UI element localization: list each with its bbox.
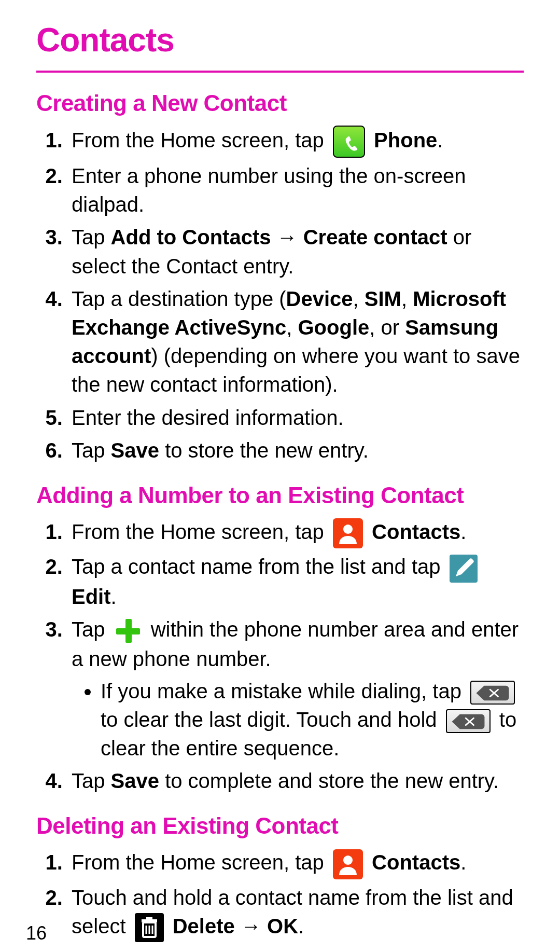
text: ,: [286, 316, 298, 339]
text: ,: [353, 287, 365, 310]
text-bold: SIM: [365, 287, 401, 310]
text: to complete and store the new entry.: [159, 769, 499, 792]
text: From the Home screen, tap: [72, 129, 330, 151]
text: If you make a mistake while dialing, tap: [101, 680, 467, 702]
page-title: Contacts: [36, 21, 524, 59]
step: Tap Add to Contacts → Create contact or …: [68, 223, 524, 280]
title-rule: [36, 71, 524, 73]
text-bold: Create contact: [303, 226, 447, 249]
text-bold: Save: [111, 439, 159, 462]
step: From the Home screen, tap Contacts.: [68, 848, 524, 879]
step: Enter a phone number using the on-screen…: [68, 162, 524, 219]
text: .: [460, 851, 466, 874]
page-number: 16: [26, 922, 47, 944]
text: ,: [401, 287, 413, 310]
text-bold: Contacts: [372, 520, 460, 543]
backspace-icon: [446, 709, 491, 733]
contacts-icon: [333, 849, 363, 879]
text: to clear the last digit. Touch and hold: [101, 708, 443, 731]
text-bold: Contacts: [372, 851, 460, 874]
bullet: If you make a mistake while dialing, tap…: [101, 677, 524, 763]
text: .: [298, 915, 304, 937]
text: Tap: [72, 618, 111, 641]
step: Touch and hold a contact name from the l…: [68, 884, 524, 943]
arrow: →: [235, 915, 267, 937]
section-heading-add: Adding a Number to an Existing Contact: [36, 482, 524, 508]
text: Tap a contact name from the list and tap: [72, 555, 446, 578]
text: .: [460, 520, 466, 543]
text-bold: Delete: [173, 915, 235, 937]
backspace-icon: [470, 681, 515, 705]
text: .: [437, 129, 443, 151]
step: Tap Save to complete and store the new e…: [68, 767, 524, 795]
text: Tap a destination type (: [72, 287, 286, 310]
steps-create: From the Home screen, tap Phone. Enter a…: [44, 126, 524, 465]
svg-point-0: [343, 525, 353, 534]
step: Tap a contact name from the list and tap…: [68, 553, 524, 611]
plus-icon: [114, 617, 142, 645]
text-bold: Phone: [374, 129, 437, 151]
text: From the Home screen, tap: [72, 520, 330, 543]
steps-delete: From the Home screen, tap Contacts. Touc…: [44, 848, 524, 942]
svg-rect-4: [146, 917, 152, 919]
step: Tap Save to store the new entry.: [68, 436, 524, 465]
text: Tap: [72, 226, 111, 249]
steps-add: From the Home screen, tap Contacts. Tap …: [44, 518, 524, 795]
contacts-icon: [333, 518, 363, 548]
text: , or: [369, 316, 405, 339]
phone-icon: [333, 126, 365, 158]
svg-rect-3: [142, 919, 157, 922]
sub-bullets: If you make a mistake while dialing, tap…: [78, 677, 524, 763]
step: Tap a destination type (Device, SIM, Mic…: [68, 285, 524, 399]
edit-icon: [450, 555, 478, 583]
step: From the Home screen, tap Phone.: [68, 126, 524, 158]
text-bold: Google: [298, 316, 370, 339]
step: Enter the desired information.: [68, 404, 524, 432]
text-bold: Device: [286, 287, 353, 310]
manual-page: Contacts Creating a New Contact From the…: [0, 0, 560, 952]
section-heading-delete: Deleting an Existing Contact: [36, 813, 524, 839]
text-bold: OK: [267, 915, 298, 937]
text: Enter a phone number using the on-screen…: [72, 164, 466, 216]
section-heading-create: Creating a New Contact: [36, 90, 524, 116]
text-bold: Add to Contacts: [111, 226, 271, 249]
text: to store the new entry.: [159, 439, 369, 462]
text-bold: Save: [111, 769, 159, 792]
step: From the Home screen, tap Contacts.: [68, 518, 524, 548]
text: Tap: [72, 769, 111, 792]
text: From the Home screen, tap: [72, 851, 330, 874]
text: Tap: [72, 439, 111, 462]
arrow: →: [271, 226, 303, 249]
text: .: [111, 585, 117, 608]
step: Tap within the phone number area and ent…: [68, 615, 524, 763]
text-bold: Edit: [72, 585, 111, 608]
text: Enter the desired information.: [72, 406, 344, 429]
trash-icon: [135, 913, 164, 942]
svg-point-1: [343, 856, 353, 865]
